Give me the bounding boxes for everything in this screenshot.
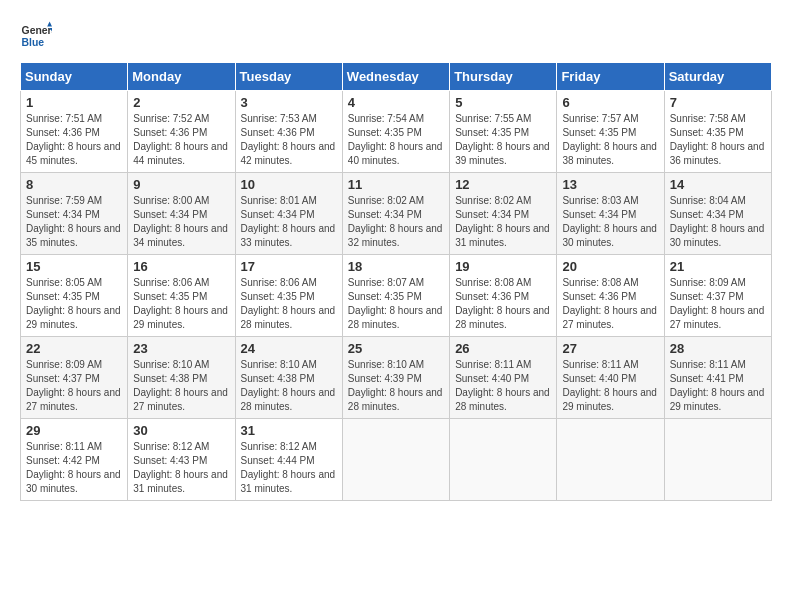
day-info: Sunrise: 8:08 AM Sunset: 4:36 PM Dayligh… (455, 276, 551, 332)
day-info: Sunrise: 7:54 AM Sunset: 4:35 PM Dayligh… (348, 112, 444, 168)
svg-text:General: General (22, 25, 52, 36)
calendar-day-cell: 23 Sunrise: 8:10 AM Sunset: 4:38 PM Dayl… (128, 337, 235, 419)
day-info: Sunrise: 8:09 AM Sunset: 4:37 PM Dayligh… (670, 276, 766, 332)
day-info: Sunrise: 8:01 AM Sunset: 4:34 PM Dayligh… (241, 194, 337, 250)
day-number: 20 (562, 259, 658, 274)
day-info: Sunrise: 7:59 AM Sunset: 4:34 PM Dayligh… (26, 194, 122, 250)
svg-text:Blue: Blue (22, 37, 45, 48)
calendar-day-cell: 4 Sunrise: 7:54 AM Sunset: 4:35 PM Dayli… (342, 91, 449, 173)
day-number: 15 (26, 259, 122, 274)
calendar-week-row: 8 Sunrise: 7:59 AM Sunset: 4:34 PM Dayli… (21, 173, 772, 255)
day-number: 3 (241, 95, 337, 110)
logo: General Blue (20, 20, 56, 52)
day-info: Sunrise: 8:11 AM Sunset: 4:40 PM Dayligh… (562, 358, 658, 414)
calendar-day-cell (342, 419, 449, 501)
calendar-day-cell: 29 Sunrise: 8:11 AM Sunset: 4:42 PM Dayl… (21, 419, 128, 501)
calendar-week-row: 1 Sunrise: 7:51 AM Sunset: 4:36 PM Dayli… (21, 91, 772, 173)
day-info: Sunrise: 7:57 AM Sunset: 4:35 PM Dayligh… (562, 112, 658, 168)
calendar-day-cell: 8 Sunrise: 7:59 AM Sunset: 4:34 PM Dayli… (21, 173, 128, 255)
calendar-week-row: 15 Sunrise: 8:05 AM Sunset: 4:35 PM Dayl… (21, 255, 772, 337)
weekday-header: Friday (557, 63, 664, 91)
day-number: 30 (133, 423, 229, 438)
calendar-day-cell: 12 Sunrise: 8:02 AM Sunset: 4:34 PM Dayl… (450, 173, 557, 255)
calendar-day-cell: 14 Sunrise: 8:04 AM Sunset: 4:34 PM Dayl… (664, 173, 771, 255)
day-number: 11 (348, 177, 444, 192)
calendar-day-cell (664, 419, 771, 501)
day-number: 29 (26, 423, 122, 438)
calendar-day-cell: 15 Sunrise: 8:05 AM Sunset: 4:35 PM Dayl… (21, 255, 128, 337)
weekday-header: Sunday (21, 63, 128, 91)
calendar-day-cell: 5 Sunrise: 7:55 AM Sunset: 4:35 PM Dayli… (450, 91, 557, 173)
day-number: 1 (26, 95, 122, 110)
calendar-day-cell: 20 Sunrise: 8:08 AM Sunset: 4:36 PM Dayl… (557, 255, 664, 337)
calendar-day-cell: 25 Sunrise: 8:10 AM Sunset: 4:39 PM Dayl… (342, 337, 449, 419)
day-info: Sunrise: 8:10 AM Sunset: 4:38 PM Dayligh… (241, 358, 337, 414)
weekday-header: Monday (128, 63, 235, 91)
day-info: Sunrise: 8:06 AM Sunset: 4:35 PM Dayligh… (133, 276, 229, 332)
day-info: Sunrise: 8:06 AM Sunset: 4:35 PM Dayligh… (241, 276, 337, 332)
calendar-day-cell: 3 Sunrise: 7:53 AM Sunset: 4:36 PM Dayli… (235, 91, 342, 173)
weekday-header: Saturday (664, 63, 771, 91)
day-info: Sunrise: 8:03 AM Sunset: 4:34 PM Dayligh… (562, 194, 658, 250)
day-number: 25 (348, 341, 444, 356)
day-number: 28 (670, 341, 766, 356)
day-number: 9 (133, 177, 229, 192)
day-number: 31 (241, 423, 337, 438)
day-info: Sunrise: 8:04 AM Sunset: 4:34 PM Dayligh… (670, 194, 766, 250)
day-info: Sunrise: 8:11 AM Sunset: 4:41 PM Dayligh… (670, 358, 766, 414)
calendar-day-cell: 13 Sunrise: 8:03 AM Sunset: 4:34 PM Dayl… (557, 173, 664, 255)
calendar-day-cell: 27 Sunrise: 8:11 AM Sunset: 4:40 PM Dayl… (557, 337, 664, 419)
calendar-day-cell: 6 Sunrise: 7:57 AM Sunset: 4:35 PM Dayli… (557, 91, 664, 173)
day-number: 14 (670, 177, 766, 192)
day-number: 27 (562, 341, 658, 356)
day-info: Sunrise: 8:00 AM Sunset: 4:34 PM Dayligh… (133, 194, 229, 250)
calendar-header-row: SundayMondayTuesdayWednesdayThursdayFrid… (21, 63, 772, 91)
day-number: 18 (348, 259, 444, 274)
day-number: 8 (26, 177, 122, 192)
day-info: Sunrise: 8:05 AM Sunset: 4:35 PM Dayligh… (26, 276, 122, 332)
calendar-day-cell: 16 Sunrise: 8:06 AM Sunset: 4:35 PM Dayl… (128, 255, 235, 337)
weekday-header: Thursday (450, 63, 557, 91)
day-number: 26 (455, 341, 551, 356)
day-info: Sunrise: 7:55 AM Sunset: 4:35 PM Dayligh… (455, 112, 551, 168)
calendar-day-cell: 9 Sunrise: 8:00 AM Sunset: 4:34 PM Dayli… (128, 173, 235, 255)
day-info: Sunrise: 8:08 AM Sunset: 4:36 PM Dayligh… (562, 276, 658, 332)
day-info: Sunrise: 8:11 AM Sunset: 4:42 PM Dayligh… (26, 440, 122, 496)
calendar-day-cell: 26 Sunrise: 8:11 AM Sunset: 4:40 PM Dayl… (450, 337, 557, 419)
calendar-table: SundayMondayTuesdayWednesdayThursdayFrid… (20, 62, 772, 501)
day-number: 19 (455, 259, 551, 274)
weekday-header: Tuesday (235, 63, 342, 91)
day-info: Sunrise: 8:12 AM Sunset: 4:43 PM Dayligh… (133, 440, 229, 496)
calendar-day-cell (557, 419, 664, 501)
calendar-day-cell: 17 Sunrise: 8:06 AM Sunset: 4:35 PM Dayl… (235, 255, 342, 337)
day-info: Sunrise: 8:10 AM Sunset: 4:38 PM Dayligh… (133, 358, 229, 414)
day-number: 24 (241, 341, 337, 356)
logo-icon: General Blue (20, 20, 52, 52)
calendar-day-cell: 7 Sunrise: 7:58 AM Sunset: 4:35 PM Dayli… (664, 91, 771, 173)
calendar-week-row: 29 Sunrise: 8:11 AM Sunset: 4:42 PM Dayl… (21, 419, 772, 501)
calendar-day-cell: 19 Sunrise: 8:08 AM Sunset: 4:36 PM Dayl… (450, 255, 557, 337)
calendar-day-cell: 28 Sunrise: 8:11 AM Sunset: 4:41 PM Dayl… (664, 337, 771, 419)
day-number: 7 (670, 95, 766, 110)
calendar-day-cell: 1 Sunrise: 7:51 AM Sunset: 4:36 PM Dayli… (21, 91, 128, 173)
calendar-day-cell: 10 Sunrise: 8:01 AM Sunset: 4:34 PM Dayl… (235, 173, 342, 255)
day-number: 4 (348, 95, 444, 110)
calendar-day-cell: 11 Sunrise: 8:02 AM Sunset: 4:34 PM Dayl… (342, 173, 449, 255)
day-info: Sunrise: 8:02 AM Sunset: 4:34 PM Dayligh… (348, 194, 444, 250)
day-info: Sunrise: 8:12 AM Sunset: 4:44 PM Dayligh… (241, 440, 337, 496)
day-number: 23 (133, 341, 229, 356)
day-info: Sunrise: 8:09 AM Sunset: 4:37 PM Dayligh… (26, 358, 122, 414)
calendar-day-cell: 31 Sunrise: 8:12 AM Sunset: 4:44 PM Dayl… (235, 419, 342, 501)
day-number: 13 (562, 177, 658, 192)
day-info: Sunrise: 8:02 AM Sunset: 4:34 PM Dayligh… (455, 194, 551, 250)
day-number: 5 (455, 95, 551, 110)
day-number: 21 (670, 259, 766, 274)
day-number: 17 (241, 259, 337, 274)
calendar-day-cell: 21 Sunrise: 8:09 AM Sunset: 4:37 PM Dayl… (664, 255, 771, 337)
day-info: Sunrise: 7:52 AM Sunset: 4:36 PM Dayligh… (133, 112, 229, 168)
day-info: Sunrise: 7:51 AM Sunset: 4:36 PM Dayligh… (26, 112, 122, 168)
day-info: Sunrise: 8:11 AM Sunset: 4:40 PM Dayligh… (455, 358, 551, 414)
calendar-week-row: 22 Sunrise: 8:09 AM Sunset: 4:37 PM Dayl… (21, 337, 772, 419)
calendar-day-cell: 24 Sunrise: 8:10 AM Sunset: 4:38 PM Dayl… (235, 337, 342, 419)
calendar-day-cell: 22 Sunrise: 8:09 AM Sunset: 4:37 PM Dayl… (21, 337, 128, 419)
